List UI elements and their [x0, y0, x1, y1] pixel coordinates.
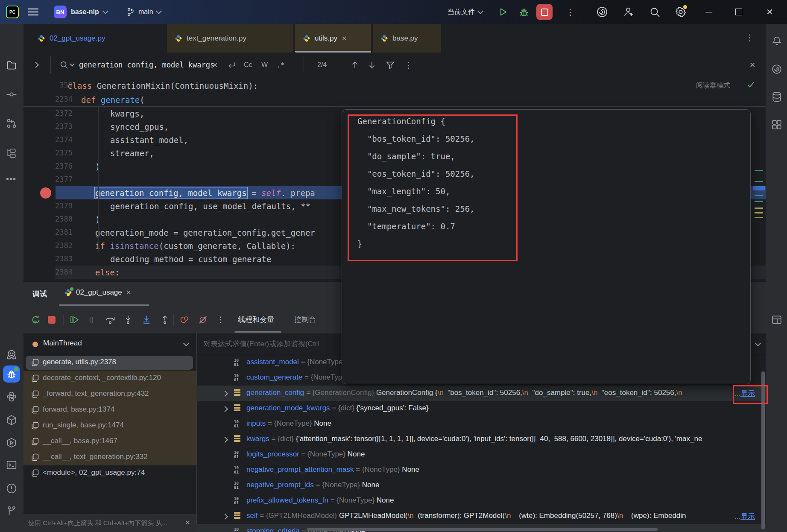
ai-assistant-icon[interactable]: [596, 0, 608, 24]
code-line[interactable]: 359class GenerationMixin(ContinuousMixin…: [23, 79, 766, 93]
expression-history-chevron-icon[interactable]: [755, 340, 761, 346]
mute-breakpoints-icon[interactable]: [198, 315, 208, 325]
database-icon[interactable]: [771, 91, 782, 102]
window-minimize-button[interactable]: —: [705, 0, 712, 24]
variable-row[interactable]: self = {GPT2LMHeadModel} GPT2LMHeadModel…: [196, 509, 766, 524]
variable-row[interactable]: 1001negative_prompt_ids = {NoneType} Non…: [196, 478, 766, 493]
inspections-ok-icon[interactable]: [746, 80, 755, 89]
match-case-toggle[interactable]: Cc: [244, 53, 252, 77]
settings-gear-icon[interactable]: [675, 0, 687, 24]
next-match-icon[interactable]: [368, 53, 376, 77]
variable-row[interactable]: generation_config = {GenerationConfig} G…: [196, 386, 766, 401]
search-options-icon[interactable]: ⋮: [404, 53, 413, 77]
reader-mode-label[interactable]: 阅读器模式: [696, 81, 730, 90]
thread-selector[interactable]: MainThread: [23, 333, 196, 355]
variable-row[interactable]: 1001logits_processor = {NoneType} None: [196, 447, 766, 462]
value-preview-popup[interactable]: GenerationConfig { "bos_token_id": 50256…: [342, 109, 751, 384]
window-maximize-button[interactable]: [735, 0, 742, 24]
stop-debug-icon[interactable]: [48, 316, 56, 324]
step-over-icon[interactable]: [105, 315, 115, 325]
search-input[interactable]: generation_config, model_kwargs: [79, 53, 214, 77]
tab-02-gpt-usage[interactable]: 02_gpt_usage.py: [30, 24, 113, 53]
step-out-icon[interactable]: [160, 315, 170, 325]
expand-chevron-icon[interactable]: [222, 437, 228, 443]
line-number[interactable]: 2372: [23, 109, 73, 117]
commit-icon[interactable]: [6, 89, 17, 100]
rerun-debug-icon[interactable]: [31, 315, 41, 325]
structure-icon[interactable]: [6, 148, 17, 159]
pycharm-logo-icon[interactable]: PC: [6, 0, 19, 24]
more-tool-windows-icon[interactable]: •••: [6, 174, 17, 185]
regex-toggle[interactable]: .*: [276, 53, 284, 77]
variable-row[interactable]: 1001negative_prompt_attention_mask = {No…: [196, 462, 766, 478]
plugins-icon[interactable]: [771, 119, 782, 130]
debug-button[interactable]: [518, 0, 530, 24]
line-number[interactable]: 2381: [23, 228, 73, 237]
line-number[interactable]: 2380: [23, 215, 73, 223]
variable-row[interactable]: kwargs = {dict} {'attention_mask': tenso…: [196, 432, 766, 447]
python-console-icon[interactable]: [6, 391, 17, 402]
tab-options-icon[interactable]: ⋮: [745, 32, 754, 43]
run-button[interactable]: [498, 0, 508, 24]
debug-panel-title[interactable]: 调试: [32, 289, 47, 299]
run-more-actions[interactable]: ⋮: [566, 0, 574, 24]
line-number[interactable]: 2379: [23, 202, 73, 210]
search-everywhere-icon[interactable]: [649, 0, 661, 24]
line-number[interactable]: 2374: [23, 135, 73, 144]
debug-tool-window-button-active[interactable]: [3, 365, 20, 383]
newline-icon[interactable]: [228, 53, 236, 77]
project-selector[interactable]: BN base-nlp: [54, 0, 108, 24]
line-number[interactable]: 2383: [23, 254, 73, 263]
line-number[interactable]: 2373: [23, 122, 73, 131]
show-full-value-link[interactable]: ...显示: [734, 389, 758, 399]
branch-selector[interactable]: main: [126, 0, 161, 24]
breakpoint-dot[interactable]: [40, 187, 51, 199]
clear-search-icon[interactable]: ✕: [212, 53, 218, 77]
services-icon[interactable]: [6, 437, 17, 448]
tab-text-generation[interactable]: text_generation.py: [167, 24, 293, 53]
force-step-into-icon[interactable]: [141, 315, 152, 325]
search-type-icon[interactable]: [59, 53, 74, 77]
debug-session-tab[interactable]: 02_gpt_usage ✕: [64, 288, 131, 297]
resume-icon[interactable]: [69, 315, 79, 325]
notifications-bell-icon[interactable]: [771, 35, 782, 47]
show-full-value-link[interactable]: ...显示: [734, 512, 758, 522]
tab-utils-active[interactable]: utils.py ✕: [295, 24, 371, 53]
tab-console[interactable]: 控制台: [289, 306, 321, 333]
view-breakpoints-icon[interactable]: [179, 315, 190, 325]
words-toggle[interactable]: W: [261, 53, 268, 77]
expand-chevron-icon[interactable]: [222, 514, 228, 520]
tab-close-icon[interactable]: ✕: [342, 35, 347, 42]
tab-threads-variables[interactable]: 线程和变量: [233, 306, 279, 333]
line-number[interactable]: 2234: [23, 95, 73, 103]
variable-row[interactable]: 1001prefix_allowed_tokens_fn = {NoneType…: [196, 493, 766, 509]
previous-match-icon[interactable]: [351, 53, 359, 77]
expand-search-icon[interactable]: [34, 53, 38, 77]
project-folder-icon[interactable]: [6, 60, 17, 71]
variables-horizontal-scrollbar[interactable]: [307, 528, 658, 531]
huggingface-icon[interactable]: [6, 349, 17, 360]
code-line[interactable]: 2234def generate(: [23, 93, 766, 107]
main-menu-icon[interactable]: [27, 0, 39, 24]
run-config-selector[interactable]: 当前文件: [448, 0, 483, 24]
line-number[interactable]: 2382: [23, 241, 73, 250]
variable-row[interactable]: generation_mode_kwargs = {dict} {'synced…: [196, 401, 766, 416]
filter-icon[interactable]: [386, 53, 395, 77]
variable-row[interactable]: 1001inputs = {NoneType} None: [196, 416, 766, 432]
expand-chevron-icon[interactable]: [222, 391, 228, 397]
window-close-button[interactable]: ✕: [766, 0, 773, 24]
session-tab-close-icon[interactable]: ✕: [126, 289, 132, 296]
version-control-icon[interactable]: [6, 506, 17, 517]
tab-base[interactable]: base.py: [373, 24, 441, 53]
ai-chat-icon[interactable]: [771, 64, 782, 75]
line-number[interactable]: 359: [23, 81, 73, 89]
step-into-icon[interactable]: [123, 315, 133, 325]
stop-button[interactable]: [536, 0, 553, 24]
code-with-me-icon[interactable]: [623, 0, 635, 24]
line-number[interactable]: 2384: [23, 268, 73, 276]
terminal-icon[interactable]: [6, 459, 17, 471]
variables-vertical-scrollbar[interactable]: [761, 371, 765, 529]
close-find-bar-icon[interactable]: ✕: [749, 53, 755, 77]
line-number[interactable]: 2375: [23, 149, 73, 157]
expand-chevron-icon[interactable]: [222, 406, 228, 412]
